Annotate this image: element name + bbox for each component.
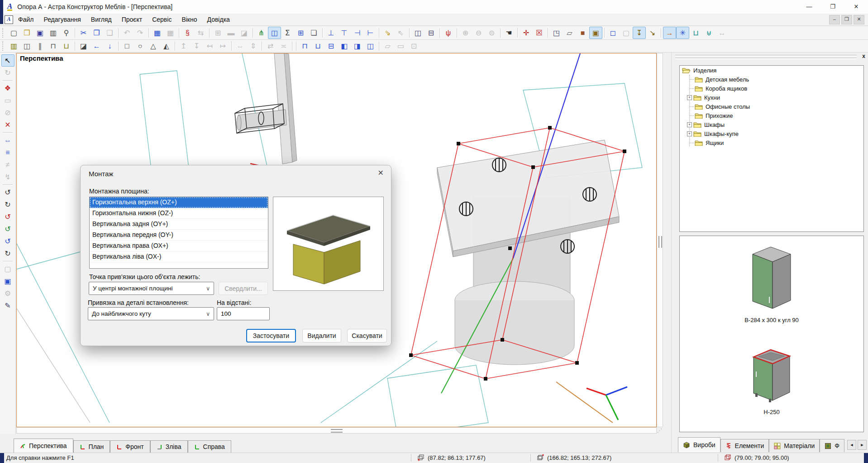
edge-banding-button[interactable]: ◫	[268, 27, 281, 39]
vertical-splitter-handle[interactable]	[658, 236, 662, 248]
save-file-button[interactable]: ▣	[33, 27, 47, 39]
cabinet-wizard-button[interactable]: ▥	[7, 40, 20, 52]
view-tab-perspective[interactable]: Перспектива	[14, 439, 73, 453]
view-solid-button[interactable]: ■	[576, 27, 589, 39]
view-hidden-lines-button[interactable]: ▱	[563, 27, 576, 39]
tree-item[interactable]: Ящики	[680, 138, 863, 147]
tree-item[interactable]: Прихожие	[680, 111, 863, 120]
dialog-close-icon[interactable]: ✕	[378, 169, 384, 177]
report-button[interactable]: ❏	[307, 27, 320, 39]
mount-to-bottom-button[interactable]: ⊥	[324, 27, 338, 39]
horizontal-splitter[interactable]	[16, 427, 657, 434]
move-in-plane-button[interactable]: ≡	[1, 146, 14, 159]
rotate-left-button[interactable]: ↺	[1, 186, 14, 198]
pick-hand-button[interactable]: ☚	[502, 27, 515, 39]
staple-single-button[interactable]: ⊔	[689, 27, 702, 39]
tree-item[interactable]: Детская мебель	[680, 75, 863, 84]
window-close-button[interactable]: ✕	[844, 0, 868, 14]
distance-input[interactable]	[217, 307, 270, 320]
view-tab-front[interactable]: Фронт	[110, 440, 150, 453]
axes-origin-button[interactable]: ✳	[676, 27, 689, 39]
move-along-axis-button[interactable]: ⇔	[1, 134, 14, 146]
tree-expand-icon[interactable]: +	[687, 95, 692, 100]
panel-grabber[interactable]	[675, 55, 857, 57]
menu-item-5[interactable]: Вікно	[176, 16, 202, 23]
scroll-left-button[interactable]: ◄	[847, 440, 856, 450]
copy-button[interactable]: ❐	[90, 27, 103, 39]
panel-close-button[interactable]: x	[862, 53, 865, 59]
open-file-button[interactable]: ❒	[20, 27, 33, 39]
mdi-close-button[interactable]: ✕	[854, 15, 864, 24]
rotate-z-button[interactable]: ↺	[1, 235, 14, 247]
toolbar-drag-handle[interactable]	[2, 41, 5, 51]
snap-select[interactable]: До найближчого куту ∨	[88, 307, 214, 320]
box-wire-button[interactable]: ◻	[606, 27, 620, 39]
plane-option[interactable]: Горизонтальна верхня (OZ+)	[90, 197, 268, 208]
door-insert-button[interactable]: ←	[90, 40, 103, 52]
delete-object-button[interactable]: ✕	[1, 119, 14, 131]
tree-item[interactable]: Короба ящиков	[680, 84, 863, 93]
menu-item-4[interactable]: Сервіс	[147, 16, 176, 23]
select-panel-button[interactable]: ◪	[77, 40, 90, 52]
rotate-y-button[interactable]: ↺	[1, 223, 14, 235]
split-h-center-button[interactable]: ⊟	[324, 40, 338, 52]
product-item[interactable]: Н-250	[680, 342, 863, 415]
view-tab-plan[interactable]: План	[73, 440, 110, 453]
mdi-restore-button[interactable]: ❐	[841, 15, 852, 24]
mount-to-right-button[interactable]: ⊢	[364, 27, 377, 39]
print-button[interactable]: ▥	[47, 27, 60, 39]
staple-double-button[interactable]: ⊎	[702, 27, 715, 39]
menu-item-2[interactable]: Вигляд	[86, 16, 117, 23]
view-wireframe-button[interactable]: ◳	[550, 27, 563, 39]
frame-wizard-button[interactable]: ⊓	[47, 40, 60, 52]
tree-item[interactable]: Изделия	[680, 66, 863, 75]
rotate-free-button[interactable]: ↻	[1, 247, 14, 260]
toolbar-drag-handle[interactable]	[2, 28, 5, 38]
view-textured-button[interactable]: ▣	[589, 27, 602, 39]
print-preview-button[interactable]: ⚲	[60, 27, 73, 39]
plane-option[interactable]: Вертикальна задня (OY+)	[90, 219, 268, 230]
group-select-button[interactable]: ▣	[1, 275, 14, 287]
tree-item[interactable]: Офисные столы	[680, 102, 863, 111]
resize-grip[interactable]: ⋰	[657, 428, 663, 433]
drawer-wizard-button[interactable]: ⊔	[60, 40, 73, 52]
screw-tool-button[interactable]: §	[181, 27, 194, 39]
cancel-button[interactable]: Скасувати	[347, 329, 387, 342]
plane-option[interactable]: Вертикальна передня (OY-)	[90, 230, 268, 241]
tab-elements[interactable]: Елементи	[720, 439, 769, 452]
anchor-select[interactable]: У центрі монтажної площині ∨	[89, 282, 214, 295]
window-minimize-button[interactable]: —	[797, 0, 821, 14]
cut-button[interactable]: ✂	[77, 27, 90, 39]
plane-option[interactable]: Горизонтальна нижня (OZ-)	[90, 208, 268, 219]
primitive-box-button[interactable]: □	[120, 40, 134, 52]
move-to-plane-button[interactable]: ⇘	[381, 27, 394, 39]
view-tab-right[interactable]: Справа	[188, 440, 231, 453]
product-item[interactable]: В-284 х 300 к угл 90	[680, 243, 863, 323]
mount-to-top-button[interactable]: ⊤	[338, 27, 351, 39]
split-v-center-button[interactable]: ◫	[364, 40, 377, 52]
bed-wizard-button[interactable]: ◫	[20, 40, 33, 52]
drill-tool-button[interactable]: ↧	[633, 27, 646, 39]
structure-tree-button[interactable]: ⋔	[255, 27, 268, 39]
drill-angle-button[interactable]: ↘	[646, 27, 659, 39]
tree-expand-icon[interactable]: +	[687, 122, 692, 127]
tree-expand-icon[interactable]: +	[687, 131, 692, 136]
delete-selection-button[interactable]: ☒	[533, 27, 546, 39]
split-right-button[interactable]: ◨	[351, 40, 364, 52]
tab-products[interactable]: Вироби	[678, 437, 720, 452]
stretch-horizontal-button[interactable]: ◫	[411, 27, 424, 39]
new-document-button[interactable]: ▢	[7, 27, 20, 39]
panel-move-button[interactable]: →	[663, 27, 676, 39]
mounting-plane-listbox[interactable]: Горизонтальна верхня (OZ+)Горизонтальна …	[89, 197, 268, 269]
window-restore-button[interactable]: ❐	[821, 0, 844, 14]
object-properties-button[interactable]: ✎	[1, 299, 14, 312]
apply-button[interactable]: Застосувати	[246, 329, 296, 342]
spec-table-button[interactable]: ⊞	[294, 27, 307, 39]
mount-to-left-button[interactable]: ⊣	[351, 27, 364, 39]
vertical-splitter[interactable]	[657, 53, 663, 427]
rotate-x-button[interactable]: ↺	[1, 211, 14, 223]
shelf-insert-button[interactable]: ↓	[103, 40, 116, 52]
split-bottom-button[interactable]: ⊔	[311, 40, 324, 52]
split-left-button[interactable]: ◧	[338, 40, 351, 52]
panels-wizard-button[interactable]: ∥	[33, 40, 47, 52]
